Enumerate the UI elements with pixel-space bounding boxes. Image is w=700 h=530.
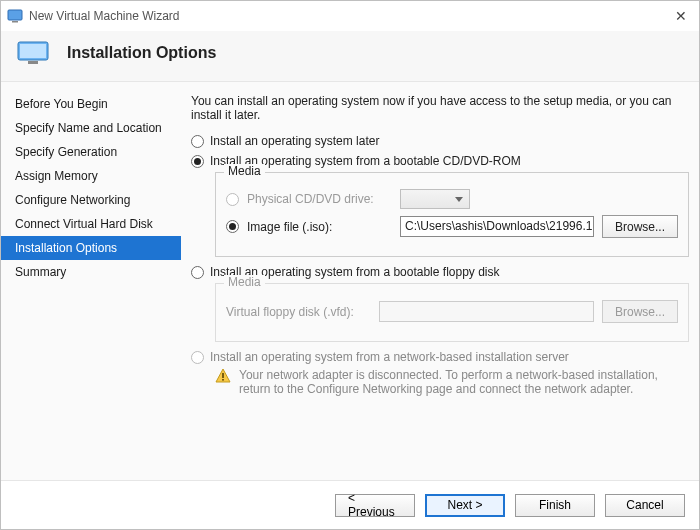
warning-text: Your network adapter is disconnected. To… <box>239 368 689 396</box>
svg-rect-1 <box>12 21 18 23</box>
radio-icon <box>191 266 204 279</box>
group-legend: Media <box>224 164 265 178</box>
media-group-cd: Media Physical CD/DVD drive: Image file … <box>215 172 689 257</box>
image-file-row: Image file (.iso): C:\Users\ashis\Downlo… <box>226 215 678 238</box>
image-file-label: Image file (.iso): <box>247 220 392 234</box>
header: Installation Options <box>1 31 699 81</box>
cancel-button[interactable]: Cancel <box>605 494 685 517</box>
sidebar: Before You Begin Specify Name and Locati… <box>1 82 181 480</box>
body: Before You Begin Specify Name and Locati… <box>1 81 699 481</box>
floppy-label: Virtual floppy disk (.vfd): <box>226 305 371 319</box>
monitor-icon <box>17 41 49 65</box>
intro-text: You can install an operating system now … <box>191 94 689 122</box>
content: You can install an operating system now … <box>181 82 699 480</box>
svg-rect-4 <box>28 61 38 64</box>
sidebar-item-configure-networking[interactable]: Configure Networking <box>1 188 181 212</box>
warning-icon <box>215 368 231 384</box>
physical-drive-row: Physical CD/DVD drive: <box>226 189 678 209</box>
sidebar-item-specify-generation[interactable]: Specify Generation <box>1 140 181 164</box>
sidebar-item-before-you-begin[interactable]: Before You Begin <box>1 92 181 116</box>
radio-icon <box>191 135 204 148</box>
option-install-network: Install an operating system from a netwo… <box>191 350 689 364</box>
svg-rect-0 <box>8 10 22 20</box>
titlebar: New Virtual Machine Wizard ✕ <box>1 1 699 31</box>
option-label: Install an operating system later <box>210 134 379 148</box>
next-button[interactable]: Next > <box>425 494 505 517</box>
svg-rect-7 <box>222 379 224 381</box>
sidebar-item-summary[interactable]: Summary <box>1 260 181 284</box>
svg-rect-3 <box>20 44 46 58</box>
window-title: New Virtual Machine Wizard <box>29 9 180 23</box>
sidebar-item-specify-name[interactable]: Specify Name and Location <box>1 116 181 140</box>
close-icon[interactable]: ✕ <box>669 8 693 24</box>
option-label: Install an operating system from a netwo… <box>210 350 569 364</box>
radio-icon <box>226 193 239 206</box>
media-group-floppy: Media Virtual floppy disk (.vfd): Browse… <box>215 283 689 342</box>
floppy-input <box>379 301 594 322</box>
sidebar-item-assign-memory[interactable]: Assign Memory <box>1 164 181 188</box>
footer: < Previous Next > Finish Cancel <box>1 481 699 529</box>
svg-rect-6 <box>222 373 224 378</box>
network-warning: Your network adapter is disconnected. To… <box>215 368 689 396</box>
page-title: Installation Options <box>67 44 216 62</box>
sidebar-item-installation-options[interactable]: Installation Options <box>1 236 181 260</box>
sidebar-item-connect-vhd[interactable]: Connect Virtual Hard Disk <box>1 212 181 236</box>
radio-icon <box>191 351 204 364</box>
physical-drive-dropdown <box>400 189 470 209</box>
radio-icon[interactable] <box>226 220 239 233</box>
option-install-cd[interactable]: Install an operating system from a boota… <box>191 154 689 168</box>
radio-icon <box>191 155 204 168</box>
group-legend: Media <box>224 275 265 289</box>
browse-button[interactable]: Browse... <box>602 215 678 238</box>
physical-drive-label: Physical CD/DVD drive: <box>247 192 392 206</box>
image-file-input[interactable]: C:\Users\ashis\Downloads\21996.1.210529-… <box>400 216 594 237</box>
previous-button[interactable]: < Previous <box>335 494 415 517</box>
browse-button-disabled: Browse... <box>602 300 678 323</box>
floppy-row: Virtual floppy disk (.vfd): Browse... <box>226 300 678 323</box>
wizard-window: New Virtual Machine Wizard ✕ Installatio… <box>0 0 700 530</box>
app-icon <box>7 8 23 24</box>
option-install-later[interactable]: Install an operating system later <box>191 134 689 148</box>
option-install-floppy[interactable]: Install an operating system from a boota… <box>191 265 689 279</box>
finish-button[interactable]: Finish <box>515 494 595 517</box>
